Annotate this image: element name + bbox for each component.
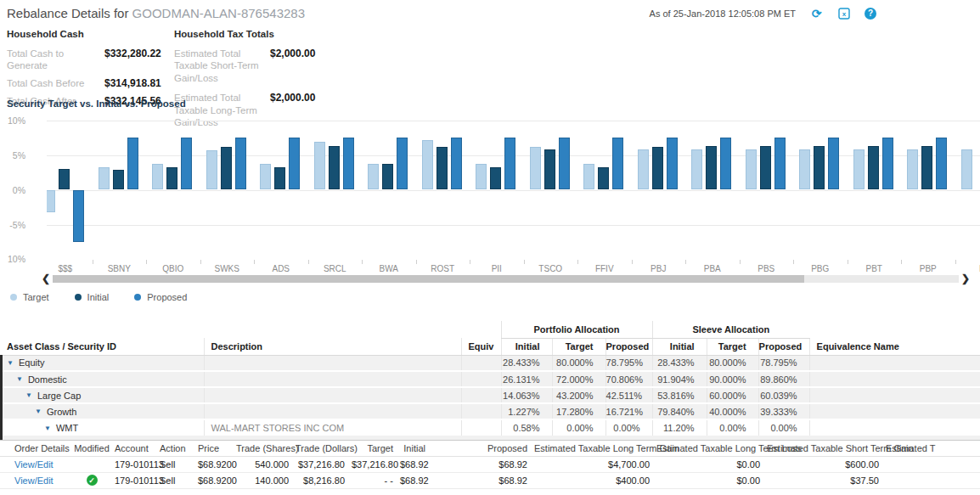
asset-class-label: Large Cap [37, 391, 81, 401]
order-cell-account: 179-010113 [110, 472, 160, 488]
legend-label: Proposed [147, 292, 187, 302]
collapse-arrow-icon[interactable]: ▼ [25, 391, 32, 399]
collapse-arrow-icon[interactable]: ▼ [7, 359, 14, 367]
order-cell-initial: $68.92 [400, 456, 432, 472]
portfolio-allocation-group-header: Portfolio Allocation [501, 321, 652, 338]
legend-dot-initial [75, 294, 82, 301]
table-left-accent [0, 355, 3, 440]
x-tick-label-PBG: PBG [793, 264, 848, 273]
asset-class-label: Equity [19, 357, 45, 368]
col-header-description: Description [204, 338, 461, 355]
export-to-excel-icon[interactable]: x [837, 7, 850, 20]
asset-class-cell: ▼Growth [0, 403, 204, 419]
cash-label: Total Cash Before [7, 77, 104, 89]
sleeve-target-cell: 0.00% [707, 419, 758, 436]
tax-summary-row: Estimated Total Taxable Short-Term Gain/… [174, 48, 395, 84]
equiv-cell [461, 387, 501, 403]
asset-class-cell: ▼WMT [0, 419, 204, 436]
refresh-icon[interactable]: ⟳ [810, 7, 823, 20]
bar-proposed-PII [504, 138, 515, 190]
scroll-right-arrow[interactable]: ❯ [959, 273, 972, 284]
chart-group-ADS [254, 121, 308, 259]
equiv-cell [461, 419, 501, 436]
order-cell-action: Sell [160, 472, 194, 488]
help-icon[interactable]: ? [865, 8, 876, 20]
asset-class-cell: ▼Large Cap [0, 387, 204, 403]
x-tick-label-SWKS: SWKS [200, 264, 255, 273]
portfolio-initial-cell: 14.063% [501, 387, 552, 403]
portfolio-initial-cell: 28.433% [501, 355, 552, 371]
order-row: View/Edit✓179-010113Sell$68.9200140.000$… [0, 472, 980, 488]
svg-text:x: x [842, 10, 846, 18]
chart-group-PBG [793, 121, 848, 259]
order-cell-modified: ✓ [73, 472, 110, 488]
legend-dot-target [10, 294, 17, 301]
bar-proposed-QBIO [181, 138, 192, 190]
x-tick-label-PBS: PBS [740, 264, 794, 273]
bar-proposed-PBP [936, 138, 947, 190]
col-header-asset-class: Asset Class / Security ID [0, 338, 204, 355]
tree-node: ▼Equity [0, 357, 204, 368]
chart-group-PBT [848, 121, 902, 259]
collapse-arrow-icon[interactable]: ▼ [16, 375, 23, 383]
sleeve-target-cell: 80.000% [707, 355, 758, 371]
sleeve-initial-cell: 11.20% [652, 419, 707, 436]
sleeve-proposed-cell: 39.333% [758, 403, 809, 419]
bar-proposed-PBA [720, 138, 731, 190]
order-cell-last [886, 456, 980, 472]
equivalence-name-cell [809, 371, 980, 387]
x-tick-label-PBT: PBT [848, 264, 902, 273]
x-tick-label-$$$: $$$ [47, 264, 93, 273]
col-header-equivalence-name: Equivalence Name [809, 338, 980, 355]
col-header-portfolio-target: Target [552, 338, 605, 355]
household-cash-heading: Household Cash [7, 29, 177, 39]
view-edit-link[interactable]: View/Edit [14, 459, 54, 470]
order-cell-trade_dollars: $8,216.80 [296, 472, 352, 488]
bar-target-PBG [799, 149, 810, 189]
collapse-arrow-icon[interactable]: ▼ [35, 408, 42, 415]
cash-value: $332,280.22 [104, 48, 161, 72]
x-tick-label-PBJ: PBJ [632, 264, 686, 273]
chart-group-PBJ [632, 121, 686, 259]
y-tick-label: 0% [13, 185, 25, 195]
scroll-left-arrow[interactable]: ❮ [39, 273, 53, 284]
order-col-header-3: Action [160, 441, 194, 456]
bar-target-PBS [746, 149, 757, 189]
asset-class-label: Domestic [28, 374, 67, 385]
description-cell [204, 371, 461, 387]
bar-target-SRCL [314, 142, 325, 189]
sleeve-initial-cell: 28.433% [652, 355, 707, 371]
allocation-row-growth: ▼Growth1.227%17.280%16.721%79.840%40.000… [0, 403, 980, 419]
bar-initial-PBS [760, 146, 771, 189]
col-header-sleeve-proposed: Proposed [758, 338, 809, 355]
bar-proposed-BWA [397, 138, 408, 190]
order-cell-est_st_gain: $37.50 [767, 472, 886, 488]
scrollbar-thumb[interactable] [53, 275, 804, 283]
bar-proposed-PBT [882, 138, 893, 190]
order-details-table: Order DetailsModifiedAccountActionPriceT… [0, 441, 980, 489]
bar-initial-SWKS [221, 147, 232, 190]
bar-initial-PBG [814, 146, 825, 189]
bar-initial-QBIO [166, 167, 177, 190]
chart-plot [47, 121, 980, 259]
col-header-portfolio-initial: Initial [501, 338, 552, 355]
description-cell [204, 403, 461, 419]
legend-dot-proposed [134, 294, 141, 301]
order-cell-account: 179-010113 [110, 456, 160, 472]
chart-title: Security Target vs. Initial vs. Proposed [7, 98, 186, 109]
col-header-sleeve-initial: Initial [652, 338, 707, 355]
tax-label: Estimated Total Taxable Short-Term Gain/… [174, 48, 270, 84]
collapse-arrow-icon[interactable]: ▼ [44, 425, 51, 432]
portfolio-proposed-cell: 16.721% [605, 403, 652, 419]
order-cell-est_lt_loss: $0.00 [656, 456, 767, 472]
legend-item-initial: Initial [75, 292, 110, 302]
cash-value: $314,918.81 [104, 77, 161, 89]
chart-group-QBIO [146, 121, 200, 259]
view-edit-link[interactable]: View/Edit [14, 475, 54, 486]
y-tick-label: 10% [8, 254, 25, 264]
legend-item-target: Target [10, 292, 49, 302]
scrollbar-track[interactable] [53, 275, 959, 283]
page-title: Rebalance Details for GOODMAN-ALAN-87654… [7, 6, 305, 20]
order-col-header-8: Initial [400, 441, 432, 456]
chart-group-PBA [685, 121, 740, 259]
